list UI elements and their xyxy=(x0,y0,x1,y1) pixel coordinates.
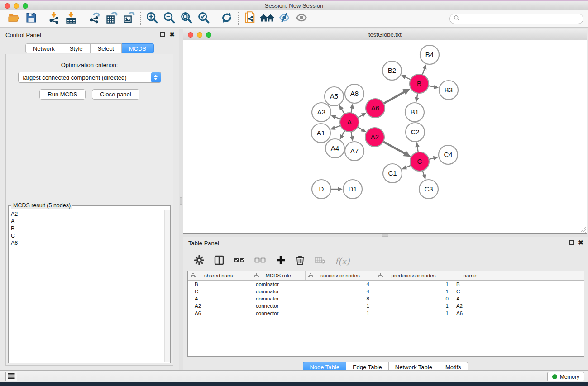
delete-table-icon[interactable] xyxy=(314,256,326,267)
tab-style[interactable]: Style xyxy=(62,43,91,53)
table-cell[interactable]: A xyxy=(188,296,251,301)
table-cell[interactable]: 1 xyxy=(375,289,452,294)
horizontal-splitter[interactable] xyxy=(183,234,588,237)
search-icon xyxy=(454,15,460,23)
import-network-button[interactable] xyxy=(46,11,63,26)
column-header-name[interactable]: name xyxy=(452,271,488,280)
float-panel-icon[interactable] xyxy=(160,32,165,37)
column-header-MCDS-role[interactable]: MCDS role xyxy=(251,271,306,280)
table-cell[interactable]: 4 xyxy=(306,289,375,294)
column-header-shared-name[interactable]: shared name xyxy=(188,271,251,280)
export-table-button[interactable] xyxy=(103,11,120,26)
table-row[interactable]: A2connector11A2 xyxy=(188,302,584,310)
table-cell[interactable]: dominator xyxy=(251,296,306,301)
vertical-splitter[interactable] xyxy=(179,29,183,370)
task-history-button[interactable] xyxy=(5,372,17,381)
graph-edge-A2-C[interactable] xyxy=(382,141,406,154)
table-cell[interactable]: A2 xyxy=(452,303,488,309)
table-cell[interactable]: 1 xyxy=(375,303,452,309)
table-row[interactable]: A6connector11A6 xyxy=(188,310,584,317)
table-cell[interactable]: 0 xyxy=(375,296,452,301)
column-header-successor-nodes[interactable]: successor nodes xyxy=(306,271,375,280)
table-cell[interactable]: C xyxy=(452,289,488,294)
splitter-grip[interactable] xyxy=(382,234,388,237)
table-cell[interactable]: connector xyxy=(251,310,306,316)
table-cell[interactable]: A6 xyxy=(452,310,488,316)
criterion-select[interactable]: largest connected component (directed) xyxy=(18,72,161,83)
column-header-predecessor-nodes[interactable]: predecessor nodes xyxy=(375,271,452,280)
select-all-icon[interactable] xyxy=(234,257,245,266)
node-label-A2: A2 xyxy=(371,133,379,141)
tab-mcds[interactable]: MCDS xyxy=(122,43,154,53)
refresh-button[interactable] xyxy=(218,11,235,26)
table-cell[interactable]: connector xyxy=(251,303,306,309)
result-list-item[interactable]: B xyxy=(9,225,164,232)
save-session-button[interactable] xyxy=(23,11,40,26)
table-cell[interactable]: 8 xyxy=(306,296,375,301)
delete-icon[interactable] xyxy=(295,255,305,267)
toolbar-separator xyxy=(140,12,141,25)
memory-button[interactable]: Memory xyxy=(547,372,584,381)
tab-network[interactable]: Network xyxy=(25,43,62,53)
open-session-button[interactable] xyxy=(5,11,23,26)
export-image-button[interactable] xyxy=(120,11,138,26)
table-cell[interactable]: B xyxy=(188,281,251,287)
table-row[interactable]: Bdominator41B xyxy=(188,281,584,288)
import-table-icon xyxy=(65,11,78,26)
deselect-all-icon[interactable] xyxy=(254,257,266,266)
function-builder-icon[interactable]: f(x) xyxy=(335,256,350,266)
table-row[interactable]: Adominator80A xyxy=(188,295,584,302)
resize-handle[interactable] xyxy=(581,227,586,233)
graph-edge-A6-B[interactable] xyxy=(383,92,405,104)
table-cell[interactable]: 1 xyxy=(306,303,375,309)
close-panel-icon[interactable]: ✖ xyxy=(169,32,175,37)
result-list-item[interactable]: A6 xyxy=(9,239,164,247)
zoom-selected-button[interactable] xyxy=(195,11,212,26)
float-panel-icon[interactable] xyxy=(569,240,574,245)
table-row[interactable]: Cdominator41C xyxy=(188,288,584,295)
splitter-grip[interactable] xyxy=(180,197,182,205)
memory-label: Memory xyxy=(560,374,579,380)
gear-icon[interactable] xyxy=(194,255,205,267)
close-panel-button[interactable]: Close panel xyxy=(92,89,139,100)
table-cell[interactable]: dominator xyxy=(251,289,306,294)
table-cell[interactable]: A xyxy=(452,296,488,301)
table-cell[interactable]: A6 xyxy=(188,310,251,316)
zoom-in-button[interactable] xyxy=(143,11,161,26)
table-cell[interactable]: C xyxy=(188,289,251,294)
table-header-row[interactable]: shared nameMCDS rolesuccessor nodesprede… xyxy=(188,271,584,281)
table-cell[interactable]: B xyxy=(452,281,488,287)
export-network-icon xyxy=(88,11,101,26)
result-scrollbar[interactable] xyxy=(164,210,170,362)
search-input[interactable] xyxy=(449,14,583,24)
result-list-item[interactable]: C xyxy=(9,232,164,239)
hide-selected-button[interactable] xyxy=(276,11,293,26)
first-neighbors-button[interactable] xyxy=(258,11,276,26)
zoom-out-button[interactable] xyxy=(161,11,178,26)
network-window-titlebar[interactable]: testGlobe.txt xyxy=(183,29,587,40)
result-list-item[interactable]: A2 xyxy=(9,210,164,218)
node-label-A6: A6 xyxy=(371,104,379,112)
table-cell[interactable]: 1 xyxy=(375,281,452,287)
result-list-item[interactable]: A xyxy=(9,218,164,225)
network-canvas[interactable]: B4B2BB3A8A5A6A3B1AC2A1A2A4A7C4CC1DD1C3 xyxy=(183,40,587,233)
run-mcds-button[interactable]: Run MCDS xyxy=(39,89,86,100)
column-icon[interactable] xyxy=(214,255,225,267)
edge-arrowhead xyxy=(338,187,343,191)
show-all-button[interactable] xyxy=(293,11,310,26)
add-icon[interactable] xyxy=(275,255,286,267)
table-cell[interactable]: A2 xyxy=(188,303,251,309)
tab-select[interactable]: Select xyxy=(91,43,122,53)
mcds-result-list[interactable]: A2ABCA6 xyxy=(9,210,164,362)
export-network-button[interactable] xyxy=(86,11,103,26)
table-cell[interactable]: dominator xyxy=(251,281,306,287)
network-document-button[interactable] xyxy=(241,11,258,26)
mcds-result-title: MCDS result (5 nodes) xyxy=(11,202,72,209)
table-cell[interactable]: 1 xyxy=(375,310,452,316)
import-table-button[interactable] xyxy=(63,11,80,26)
network-graph[interactable]: B4B2BB3A8A5A6A3B1AC2A1A2A4A7C4CC1DD1C3 xyxy=(183,40,587,233)
table-cell[interactable]: 4 xyxy=(306,281,375,287)
zoom-fit-button[interactable] xyxy=(178,11,195,26)
close-panel-icon[interactable]: ✖ xyxy=(578,240,583,245)
table-cell[interactable]: 1 xyxy=(306,310,375,316)
